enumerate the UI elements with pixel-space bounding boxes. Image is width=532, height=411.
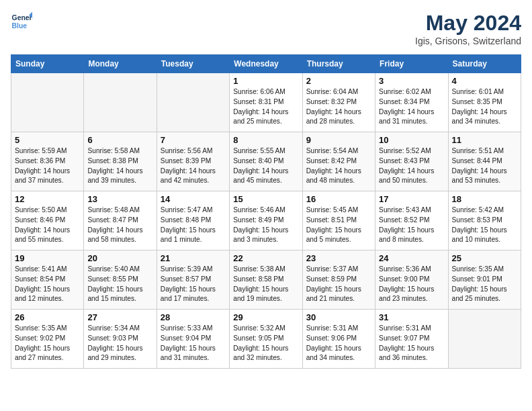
calendar-cell: 7Sunrise: 5:56 AMSunset: 8:39 PMDaylight…: [157, 132, 229, 191]
day-number: 29: [233, 312, 298, 322]
day-info: Sunrise: 5:42 AMSunset: 8:53 PMDaylight:…: [452, 205, 517, 245]
day-number: 20: [87, 253, 152, 263]
day-number: 22: [233, 253, 298, 263]
day-info: Sunrise: 5:55 AMSunset: 8:40 PMDaylight:…: [233, 146, 298, 186]
calendar-cell: 12Sunrise: 5:50 AMSunset: 8:46 PMDayligh…: [11, 191, 84, 250]
day-number: 6: [87, 135, 152, 145]
calendar-cell: 16Sunrise: 5:45 AMSunset: 8:51 PMDayligh…: [302, 191, 375, 250]
calendar-cell: 19Sunrise: 5:41 AMSunset: 8:54 PMDayligh…: [11, 250, 84, 310]
day-number: 27: [87, 312, 152, 322]
day-info: Sunrise: 5:47 AMSunset: 8:48 PMDaylight:…: [161, 205, 226, 245]
day-number: 15: [233, 194, 298, 204]
day-info: Sunrise: 5:51 AMSunset: 8:44 PMDaylight:…: [452, 146, 517, 186]
calendar-cell: 30Sunrise: 5:31 AMSunset: 9:06 PMDayligh…: [302, 310, 375, 369]
calendar-cell: [448, 310, 521, 369]
day-number: 25: [452, 253, 517, 263]
day-info: Sunrise: 5:35 AMSunset: 9:01 PMDaylight:…: [452, 265, 517, 304]
day-info: Sunrise: 5:52 AMSunset: 8:43 PMDaylight:…: [379, 146, 444, 186]
calendar-cell: [157, 73, 229, 132]
header-friday: Friday: [375, 55, 448, 73]
day-number: 30: [306, 312, 371, 322]
svg-text:Blue: Blue: [12, 22, 28, 30]
day-info: Sunrise: 6:06 AMSunset: 8:31 PMDaylight:…: [233, 87, 298, 127]
day-number: 31: [379, 312, 444, 322]
calendar-cell: 8Sunrise: 5:55 AMSunset: 8:40 PMDaylight…: [230, 132, 302, 191]
calendar-week-4: 19Sunrise: 5:41 AMSunset: 8:54 PMDayligh…: [11, 250, 521, 310]
day-number: 4: [452, 76, 517, 86]
logo-icon: General Blue: [11, 11, 32, 32]
day-number: 23: [306, 253, 371, 263]
page-header: General Blue May 2024 Igis, Grisons, Swi…: [11, 11, 521, 46]
day-number: 14: [161, 194, 226, 204]
day-number: 26: [15, 312, 80, 322]
calendar-cell: 13Sunrise: 5:48 AMSunset: 8:47 PMDayligh…: [84, 191, 157, 250]
header-tuesday: Tuesday: [157, 55, 229, 73]
day-info: Sunrise: 5:39 AMSunset: 8:57 PMDaylight:…: [161, 265, 226, 304]
svg-text:General: General: [12, 14, 32, 21]
day-info: Sunrise: 5:48 AMSunset: 8:47 PMDaylight:…: [87, 205, 152, 245]
calendar-week-3: 12Sunrise: 5:50 AMSunset: 8:46 PMDayligh…: [11, 191, 521, 250]
calendar-cell: 15Sunrise: 5:46 AMSunset: 8:49 PMDayligh…: [230, 191, 302, 250]
calendar-cell: 25Sunrise: 5:35 AMSunset: 9:01 PMDayligh…: [448, 250, 521, 310]
calendar-cell: 26Sunrise: 5:35 AMSunset: 9:02 PMDayligh…: [11, 310, 84, 369]
calendar-week-1: 1Sunrise: 6:06 AMSunset: 8:31 PMDaylight…: [11, 73, 521, 132]
header-thursday: Thursday: [302, 55, 375, 73]
calendar-cell: 14Sunrise: 5:47 AMSunset: 8:48 PMDayligh…: [157, 191, 229, 250]
day-info: Sunrise: 5:59 AMSunset: 8:36 PMDaylight:…: [15, 146, 80, 186]
calendar-cell: 2Sunrise: 6:04 AMSunset: 8:32 PMDaylight…: [302, 73, 375, 132]
calendar-cell: 17Sunrise: 5:43 AMSunset: 8:52 PMDayligh…: [375, 191, 448, 250]
day-info: Sunrise: 5:33 AMSunset: 9:04 PMDaylight:…: [161, 324, 226, 363]
day-info: Sunrise: 5:58 AMSunset: 8:38 PMDaylight:…: [87, 146, 152, 186]
day-info: Sunrise: 5:43 AMSunset: 8:52 PMDaylight:…: [379, 205, 444, 245]
calendar-cell: 22Sunrise: 5:38 AMSunset: 8:58 PMDayligh…: [230, 250, 302, 310]
day-number: 5: [15, 135, 80, 145]
title-block: May 2024 Igis, Grisons, Switzerland: [415, 11, 521, 46]
calendar-cell: 27Sunrise: 5:34 AMSunset: 9:03 PMDayligh…: [84, 310, 157, 369]
day-info: Sunrise: 5:40 AMSunset: 8:55 PMDaylight:…: [87, 265, 152, 304]
location: Igis, Grisons, Switzerland: [415, 36, 521, 46]
day-number: 9: [306, 135, 371, 145]
day-info: Sunrise: 6:04 AMSunset: 8:32 PMDaylight:…: [306, 87, 371, 127]
header-saturday: Saturday: [448, 55, 521, 73]
day-number: 1: [233, 76, 298, 86]
day-info: Sunrise: 5:32 AMSunset: 9:05 PMDaylight:…: [233, 324, 298, 363]
calendar-cell: 24Sunrise: 5:36 AMSunset: 9:00 PMDayligh…: [375, 250, 448, 310]
day-info: Sunrise: 6:01 AMSunset: 8:35 PMDaylight:…: [452, 87, 517, 127]
day-info: Sunrise: 5:45 AMSunset: 8:51 PMDaylight:…: [306, 205, 371, 245]
day-number: 21: [161, 253, 226, 263]
day-info: Sunrise: 5:37 AMSunset: 8:59 PMDaylight:…: [306, 265, 371, 304]
calendar-cell: 31Sunrise: 5:31 AMSunset: 9:07 PMDayligh…: [375, 310, 448, 369]
day-number: 18: [452, 194, 517, 204]
day-info: Sunrise: 5:50 AMSunset: 8:46 PMDaylight:…: [15, 205, 80, 245]
calendar-cell: [11, 73, 84, 132]
day-number: 17: [379, 194, 444, 204]
calendar-cell: 18Sunrise: 5:42 AMSunset: 8:53 PMDayligh…: [448, 191, 521, 250]
day-info: Sunrise: 5:56 AMSunset: 8:39 PMDaylight:…: [161, 146, 226, 186]
header-wednesday: Wednesday: [230, 55, 302, 73]
calendar-cell: 4Sunrise: 6:01 AMSunset: 8:35 PMDaylight…: [448, 73, 521, 132]
calendar-cell: 20Sunrise: 5:40 AMSunset: 8:55 PMDayligh…: [84, 250, 157, 310]
calendar-cell: 11Sunrise: 5:51 AMSunset: 8:44 PMDayligh…: [448, 132, 521, 191]
day-info: Sunrise: 5:34 AMSunset: 9:03 PMDaylight:…: [87, 324, 152, 363]
day-number: 10: [379, 135, 444, 145]
day-number: 7: [161, 135, 226, 145]
day-number: 16: [306, 194, 371, 204]
calendar-cell: [84, 73, 157, 132]
calendar-cell: 3Sunrise: 6:02 AMSunset: 8:34 PMDaylight…: [375, 73, 448, 132]
day-info: Sunrise: 5:36 AMSunset: 9:00 PMDaylight:…: [379, 265, 444, 304]
calendar-cell: 21Sunrise: 5:39 AMSunset: 8:57 PMDayligh…: [157, 250, 229, 310]
calendar-header-row: SundayMondayTuesdayWednesdayThursdayFrid…: [11, 55, 521, 73]
header-sunday: Sunday: [11, 55, 84, 73]
month-title: May 2024: [415, 11, 521, 36]
day-info: Sunrise: 5:38 AMSunset: 8:58 PMDaylight:…: [233, 265, 298, 304]
day-number: 13: [87, 194, 152, 204]
calendar-cell: 5Sunrise: 5:59 AMSunset: 8:36 PMDaylight…: [11, 132, 84, 191]
calendar-table: SundayMondayTuesdayWednesdayThursdayFrid…: [11, 54, 521, 369]
calendar-cell: 28Sunrise: 5:33 AMSunset: 9:04 PMDayligh…: [157, 310, 229, 369]
day-info: Sunrise: 6:02 AMSunset: 8:34 PMDaylight:…: [379, 87, 444, 127]
day-info: Sunrise: 5:54 AMSunset: 8:42 PMDaylight:…: [306, 146, 371, 186]
day-number: 2: [306, 76, 371, 86]
day-info: Sunrise: 5:35 AMSunset: 9:02 PMDaylight:…: [15, 324, 80, 363]
day-number: 19: [15, 253, 80, 263]
day-number: 3: [379, 76, 444, 86]
